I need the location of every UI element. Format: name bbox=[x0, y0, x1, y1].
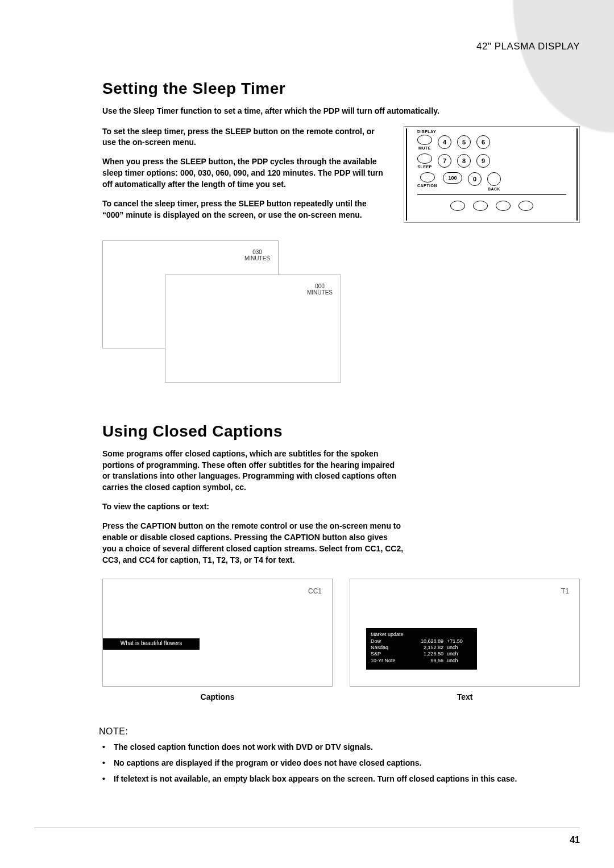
mute-label: MUTE bbox=[418, 146, 431, 150]
remote-inner: DISPLAY MUTE 4 5 6 bbox=[406, 128, 578, 221]
screen-000: 000 MINUTES bbox=[165, 275, 341, 383]
text-row-0: Dow 10,628.89 +71.50 bbox=[371, 638, 472, 645]
osd-030: 030 MINUTES bbox=[244, 249, 270, 262]
captions-screen: CC1 What is beautiful flowers bbox=[102, 579, 333, 687]
osd-030-unit: MINUTES bbox=[244, 255, 270, 262]
captions-band: What is beautiful flowers bbox=[103, 638, 200, 650]
btn-100: 100 bbox=[443, 172, 462, 184]
caption-examples: CC1 What is beautiful flowers Captions T… bbox=[102, 579, 580, 701]
remote-oval-4 bbox=[518, 201, 533, 211]
section2-p3: Press the CAPTION button on the remote c… bbox=[102, 521, 404, 566]
osd-000-val: 000 bbox=[307, 283, 333, 290]
text-row-3: 10-Yr Note 99,56 unch bbox=[371, 658, 472, 664]
sleep-label: SLEEP bbox=[417, 165, 432, 169]
section2-p2: To view the captions or text: bbox=[102, 501, 404, 513]
section2-p1: Some programs offer closed captions, whi… bbox=[102, 448, 404, 494]
osd-030-val: 030 bbox=[244, 249, 270, 256]
notes-heading: NOTE: bbox=[99, 726, 580, 737]
btn-8: 8 bbox=[457, 154, 471, 168]
main-content: Setting the Sleep Timer Use the Sleep Ti… bbox=[102, 80, 580, 789]
section1-text-column: To set the sleep timer, press the SLEEP … bbox=[102, 126, 388, 229]
text-screen: T1 Market update Dow 10,628.89 +71.50 Na… bbox=[350, 579, 580, 687]
btn-0: 0 bbox=[468, 172, 482, 186]
sleep-button bbox=[417, 153, 432, 164]
note-item-0: The closed caption function does not wor… bbox=[102, 741, 580, 753]
note-item-1: No captions are displayed if the program… bbox=[102, 757, 580, 769]
captions-tag: CC1 bbox=[308, 587, 322, 595]
btn-7: 7 bbox=[438, 154, 451, 168]
notes-list: The closed caption function does not wor… bbox=[102, 741, 580, 785]
section1-title: Setting the Sleep Timer bbox=[102, 80, 580, 98]
remote-oval-3 bbox=[496, 201, 511, 211]
back-label: BACK bbox=[488, 187, 500, 191]
notes: NOTE: The closed caption function does n… bbox=[102, 726, 580, 785]
remote-bottom-row bbox=[417, 194, 566, 211]
section1-p2: When you press the SLEEP button, the PDP… bbox=[102, 156, 388, 190]
back-button bbox=[487, 172, 501, 186]
text-panel-title: Market update bbox=[371, 632, 472, 638]
remote-oval-1 bbox=[450, 201, 465, 211]
text-row-2: S&P 1,226.50 unch bbox=[371, 651, 472, 657]
note-item-2: If teletext is not available, an empty b… bbox=[102, 773, 580, 785]
remote-image-column: DISPLAY MUTE 4 5 6 bbox=[404, 126, 580, 223]
section1-intro: Use the Sleep Timer function to set a ti… bbox=[102, 106, 580, 117]
remote-frame: DISPLAY MUTE 4 5 6 bbox=[404, 126, 580, 223]
captions-example: CC1 What is beautiful flowers Captions bbox=[102, 579, 333, 701]
caption-button bbox=[420, 172, 435, 182]
header-product: 42" PLASMA DISPLAY bbox=[476, 41, 580, 52]
mute-button bbox=[417, 135, 432, 145]
text-panel: Market update Dow 10,628.89 +71.50 Nasda… bbox=[366, 628, 477, 670]
text-row-1: Nasdaq 2,152.82 unch bbox=[371, 645, 472, 651]
text-example: T1 Market update Dow 10,628.89 +71.50 Na… bbox=[350, 579, 580, 701]
remote-oval-2 bbox=[473, 201, 488, 211]
page-footer: 41 bbox=[34, 828, 580, 845]
osd-000: 000 MINUTES bbox=[307, 283, 333, 296]
btn-4: 4 bbox=[438, 135, 451, 149]
captions-label: Captions bbox=[102, 692, 333, 701]
remote-display-label: DISPLAY bbox=[417, 130, 566, 134]
osd-000-unit: MINUTES bbox=[307, 289, 333, 296]
page-number: 41 bbox=[570, 835, 580, 845]
section2-title: Using Closed Captions bbox=[102, 422, 580, 441]
btn-6: 6 bbox=[476, 135, 490, 149]
section1-body: To set the sleep timer, press the SLEEP … bbox=[102, 126, 580, 229]
text-tag: T1 bbox=[561, 587, 569, 595]
sleep-screens: 030 MINUTES 000 MINUTES bbox=[102, 240, 580, 388]
btn-5: 5 bbox=[457, 135, 471, 149]
section1-p1: To set the sleep timer, press the SLEEP … bbox=[102, 126, 388, 149]
section1-p3: To cancel the sleep timer, press the SLE… bbox=[102, 198, 388, 221]
text-label: Text bbox=[350, 692, 580, 701]
btn-9: 9 bbox=[476, 154, 490, 168]
caption-label: CAPTION bbox=[417, 184, 437, 188]
